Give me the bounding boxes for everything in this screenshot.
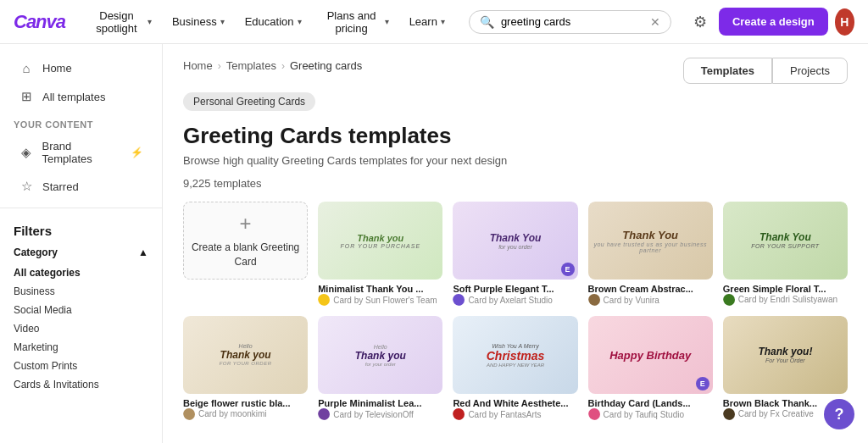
card-author-row-6: Card by TelevisionOff (318, 408, 442, 420)
author-avatar-1 (318, 294, 330, 306)
card-author-9: Card by Fx Creative (738, 409, 814, 418)
template-card-christmas[interactable]: Wish You A Merry Christmas AND HAPPY NEW… (453, 316, 577, 420)
filters-header: Filters (0, 217, 162, 241)
settings-button[interactable]: ⚙ (688, 8, 712, 36)
help-button[interactable]: ? (824, 399, 854, 429)
author-avatar-7 (453, 408, 465, 420)
page-description: Browse high quality Greeting Cards templ… (183, 154, 848, 167)
filter-marketing[interactable]: Marketing (14, 338, 148, 357)
author-avatar-9 (723, 408, 735, 420)
filter-custom-prints[interactable]: Custom Prints (14, 357, 148, 375)
template-card-purple-minimalist[interactable]: Hello Thank you for your order Purple Mi… (318, 316, 442, 420)
avatar[interactable]: H (835, 8, 854, 36)
canva-logo[interactable]: Canva (14, 11, 65, 33)
card-author-row-1: Card by Sun Flower's Team (318, 294, 442, 306)
chevron-up-icon: ▲ (138, 246, 148, 258)
card-preview-2: Thank You for you order (453, 202, 577, 280)
nav-plans-pricing[interactable]: Plans and pricing ▾ (315, 4, 396, 40)
filter-business[interactable]: Business (14, 282, 148, 301)
search-input[interactable] (501, 15, 643, 28)
card-author-5: Card by moonkimi (198, 409, 267, 418)
template-card-green-floral[interactable]: Thank You FOR YOUR SUPPORT Green Simple … (723, 202, 848, 306)
card-author-row-2: Card by Axelart Studio (453, 294, 577, 306)
clear-icon[interactable]: ✕ (650, 15, 660, 29)
tab-projects[interactable]: Projects (772, 58, 848, 84)
sidebar: ⌂ Home ⊞ All templates Your Content ◈ Br… (0, 44, 163, 443)
card-label-3: Brown Cream Abstrac... (588, 284, 713, 294)
card-author-row-7: Card by FantasArts (453, 408, 577, 420)
author-avatar-6 (318, 408, 330, 420)
author-avatar-8 (588, 408, 600, 420)
card-label-1: Minimalist Thank You ... (318, 284, 442, 294)
plus-icon: + (240, 212, 252, 235)
nav-business[interactable]: Business ▾ (165, 10, 231, 33)
author-avatar-3 (588, 294, 600, 306)
card-preview-1: Thank you FOR YOUR PURCHASE (318, 202, 442, 280)
tab-row: Templates Projects (683, 58, 848, 84)
search-icon: 🔍 (480, 15, 494, 29)
template-card-brown-cream[interactable]: Thank You you have trusted us as your bu… (588, 202, 713, 306)
filter-social-media[interactable]: Social Media (14, 301, 148, 319)
card-author-row-5: Card by moonkimi (183, 408, 308, 420)
top-nav: Canva Design spotlight ▾ Business ▾ Educ… (0, 0, 868, 44)
e-badge-2: E (561, 263, 575, 276)
category-filter: Category ▲ All categories Business Socia… (0, 241, 162, 399)
e-badge-8: E (696, 377, 709, 390)
card-preview-7: Wish You A Merry Christmas AND HAPPY NEW… (453, 316, 577, 394)
create-design-button[interactable]: Create a design (719, 8, 828, 36)
card-author-row-8: Card by Taufiq Studio (588, 408, 713, 420)
home-icon: ⌂ (19, 61, 34, 75)
breadcrumb-templates[interactable]: Templates (226, 59, 276, 72)
nav-design-spotlight[interactable]: Design spotlight ▾ (82, 4, 159, 40)
your-content-section: Your Content (0, 111, 162, 133)
breadcrumb-sep-1: › (218, 60, 221, 72)
main-content: Home › Templates › Greeting cards Templa… (163, 44, 868, 443)
sidebar-item-all-templates[interactable]: ⊞ All templates (5, 82, 157, 111)
author-avatar-4 (723, 294, 735, 306)
template-card-minimalist-thank-you[interactable]: Thank you FOR YOUR PURCHASE Minimalist T… (318, 202, 442, 306)
card-author-3: Card by Vunira (604, 296, 659, 305)
card-label-2: Soft Purple Elegant T... (453, 284, 577, 294)
category-filter-title[interactable]: Category ▲ (14, 246, 148, 258)
create-blank-card[interactable]: + Create a blank Greeting Card (183, 202, 308, 306)
page-title: Greeting Cards templates (183, 123, 848, 149)
card-label-8: Birthday Card (Lands... (588, 398, 713, 408)
template-card-beige-flower[interactable]: Hello Thank you FOR YOUR ORDER Beige flo… (183, 316, 308, 420)
sidebar-item-starred[interactable]: ☆ Starred (5, 172, 157, 201)
sidebar-item-brand-templates[interactable]: ◈ Brand Templates ⚡ (5, 133, 157, 172)
template-count: 9,225 templates (183, 177, 848, 190)
card-preview-5: Hello Thank you FOR YOUR ORDER (183, 316, 308, 394)
brand-icon: ◈ (19, 145, 33, 160)
filter-tag-personal[interactable]: Personal Greeting Cards (183, 92, 315, 111)
nav-education[interactable]: Education ▾ (238, 10, 309, 33)
breadcrumb-home[interactable]: Home (183, 59, 213, 72)
card-preview-9: Thank you! For Your Order (723, 316, 848, 394)
filter-cards-invitations[interactable]: Cards & Invitations (14, 375, 148, 394)
card-author-row-3: Card by Vunira (588, 294, 713, 306)
tab-templates[interactable]: Templates (683, 58, 772, 84)
template-grid: + Create a blank Greeting Card Thank you… (183, 202, 848, 420)
card-preview-4: Thank You FOR YOUR SUPPORT (723, 202, 848, 280)
template-card-soft-purple[interactable]: Thank You for you order E Soft Purple El… (453, 202, 577, 306)
card-author-2: Card by Axelart Studio (468, 296, 553, 305)
card-author-7: Card by FantasArts (468, 410, 541, 419)
filter-video[interactable]: Video (14, 319, 148, 338)
star-icon: ☆ (19, 179, 34, 194)
search-bar: 🔍 ✕ (469, 10, 671, 34)
author-avatar-5 (183, 408, 195, 420)
card-author-1: Card by Sun Flower's Team (333, 296, 437, 305)
filter-all-categories[interactable]: All categories (14, 263, 148, 282)
sidebar-item-home[interactable]: ⌂ Home (5, 54, 157, 82)
grid-icon: ⊞ (19, 89, 34, 104)
chevron-down-icon: ▾ (298, 17, 302, 26)
main-layout: ⌂ Home ⊞ All templates Your Content ◈ Br… (0, 44, 868, 443)
breadcrumb-sep-2: › (281, 60, 285, 72)
nav-learn[interactable]: Learn ▾ (403, 10, 452, 33)
template-card-birthday[interactable]: Happy Birthday E Birthday Card (Lands...… (588, 316, 713, 420)
card-preview-3: Thank You you have trusted us as your bu… (588, 202, 713, 280)
card-label-5: Beige flower rustic bla... (183, 398, 308, 408)
chevron-down-icon: ▾ (385, 17, 389, 26)
card-label-7: Red And White Aesthete... (453, 398, 577, 408)
breadcrumb-current: Greeting cards (290, 59, 362, 72)
create-blank-area[interactable]: + Create a blank Greeting Card (183, 202, 308, 280)
